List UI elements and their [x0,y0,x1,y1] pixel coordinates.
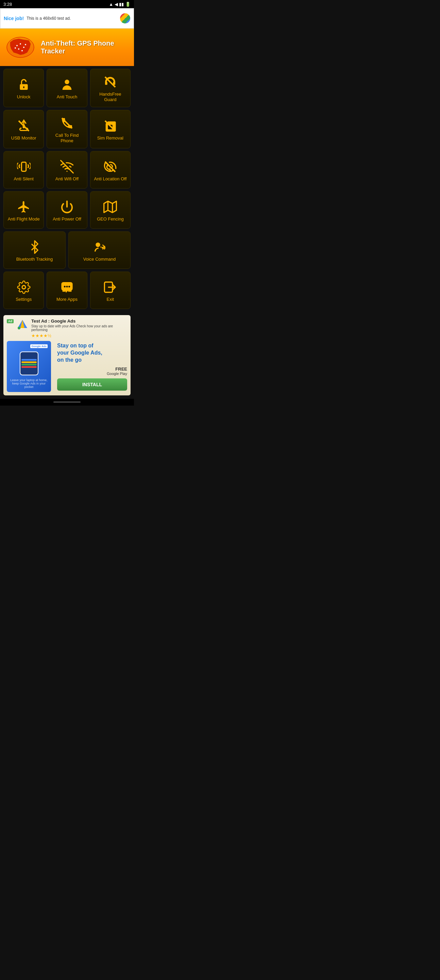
app-header: Anti-Theft: GPS Phone Tracker [0,29,134,66]
bottom-ad-info: Test Ad : Google Ads Stay up to date wit… [31,318,127,338]
anti-wifi-off-button[interactable]: Anti Wifi Off [46,151,87,189]
google-ads-icon [16,318,29,331]
bluetooth-icon [28,240,41,254]
exit-icon [103,280,117,294]
voice-icon [93,240,106,254]
install-button[interactable]: INSTALL [57,379,127,391]
settings-label: Settings [16,297,32,302]
svg-point-1 [16,45,17,46]
bluetooth-tracking-button[interactable]: Bluetooth Tracking [3,231,66,269]
settings-icon [17,280,30,294]
ad-promo-sub: Leave your laptop at home, keep Google A… [10,379,48,388]
bottom-ad-banner[interactable]: Ad Test Ad : Google Ads Stay up to date … [3,315,130,395]
bottom-ad-title: Test Ad : Google Ads [31,318,127,324]
grid-row-1: Unlock Anti Touch HandsFree Guard [3,69,130,107]
anti-silent-button[interactable]: Anti Silent [3,151,44,189]
more-apps-button[interactable]: More Apps [46,272,87,309]
settings-button[interactable]: Settings [3,272,44,309]
svg-point-4 [18,48,19,50]
bottom-ad-header: Ad Test Ad : Google Ads Stay up to date … [7,318,127,338]
svg-point-26 [22,285,25,289]
top-ad-description: This is a 468x60 test ad. [27,16,117,21]
voice-command-button[interactable]: Voice Command [68,231,130,269]
svg-point-28 [66,285,68,287]
power-icon [60,200,74,214]
exit-button[interactable]: Exit [90,272,130,309]
map-icon [103,200,117,214]
anti-silent-label: Anti Silent [14,176,34,182]
top-ad-logo [120,13,130,24]
svg-rect-9 [23,86,24,88]
call-off-icon [60,116,74,130]
usb-monitor-label: USB Monitor [11,135,37,141]
more-apps-label: More Apps [56,297,78,302]
ad-badge: Ad [7,319,14,323]
apps-icon [60,280,74,294]
time: 3:28 [3,2,12,7]
app-title: Anti-Theft: GPS Phone Tracker [41,40,129,55]
anti-power-off-button[interactable]: Anti Power Off [46,191,87,229]
anti-flight-mode-button[interactable]: Anti Flight Mode [3,191,44,229]
anti-wifi-off-label: Anti Wifi Off [56,176,79,182]
svg-point-25 [101,247,103,248]
usb-monitor-button[interactable]: USB Monitor [3,110,44,148]
phone-signal-icon [17,160,30,173]
status-icons: ▲ ◀ ▮▮ 🔋 [109,2,130,7]
location-off-icon [103,160,117,173]
grid-row-2: USB Monitor Call To Find Phone Sim Remov… [3,110,130,148]
svg-point-2 [20,43,21,45]
ad-free-label: FREE [57,366,127,372]
top-ad-banner[interactable]: Nice job! This is a 468x60 test ad. [0,8,134,29]
ad-promo-heading: Stay on top ofyour Google Ads,on the go [57,342,127,363]
status-bar: 3:28 ▲ ◀ ▮▮ 🔋 [0,0,134,8]
grid-row-6: Settings More Apps Exit [3,272,130,312]
anti-power-off-label: Anti Power Off [53,216,81,222]
grid-row-4: Anti Flight Mode Anti Power Off GEO Fenc… [3,191,130,229]
svg-rect-19 [21,162,26,171]
sim-removal-button[interactable]: Sim Removal [90,110,130,148]
svg-point-5 [21,50,23,51]
top-ad-nice-label: Nice job! [4,16,24,21]
call-to-find-label: Call To Find Phone [50,133,84,143]
geo-fencing-label: GEO Fencing [97,216,124,222]
usb-off-icon [17,119,30,133]
unlock-label: Unlock [17,94,30,100]
handsfree-guard-button[interactable]: HandsFree Guard [90,69,130,107]
exit-label: Exit [106,297,114,302]
headset-off-icon [103,75,117,89]
svg-point-7 [25,44,26,45]
nav-home-indicator [53,401,81,402]
navigation-bar [0,399,134,406]
bottom-ad-body: Google Ads Leave your laptop at home, ke… [7,341,127,392]
svg-point-6 [14,47,16,49]
wifi-off-icon [60,160,74,173]
ad-google-play: Google Play [57,372,127,375]
svg-point-24 [95,242,100,247]
header-map-icon [5,34,36,61]
lock-icon [17,78,30,92]
bluetooth-tracking-label: Bluetooth Tracking [16,256,53,262]
voice-command-label: Voice Command [83,256,116,262]
svg-point-34 [17,327,21,329]
svg-point-10 [65,80,69,84]
anti-touch-label: Anti Touch [57,94,77,100]
geo-fencing-button[interactable]: GEO Fencing [90,191,130,229]
svg-point-27 [64,285,66,287]
top-ad-text-container: Nice job! [4,16,24,21]
unlock-button[interactable]: Unlock [3,69,44,107]
sim-removal-label: Sim Removal [97,135,124,141]
svg-rect-11 [105,82,108,85]
handsfree-guard-label: HandsFree Guard [93,92,127,102]
person-icon [60,78,74,92]
anti-touch-button[interactable]: Anti Touch [46,69,87,107]
flight-icon [17,200,30,214]
anti-flight-mode-label: Anti Flight Mode [8,216,40,222]
anti-location-off-button[interactable]: Anti Location Off [90,151,130,189]
grid-row-3: Anti Silent Anti Wifi Off Anti Location … [3,151,130,189]
sim-off-icon [103,119,117,133]
svg-point-29 [68,285,70,287]
call-to-find-button[interactable]: Call To Find Phone [46,110,87,148]
anti-location-off-label: Anti Location Off [94,176,127,182]
grid-row-5: Bluetooth Tracking Voice Command [3,231,130,269]
bottom-ad-description: Stay up to date with your Ads Check how … [31,324,127,332]
